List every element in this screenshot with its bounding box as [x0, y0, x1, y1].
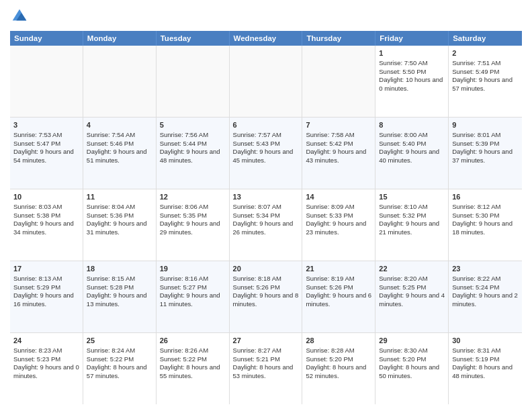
day-info: Sunrise: 8:07 AM Sunset: 5:34 PM Dayligh…: [233, 203, 294, 236]
cal-cell: 9Sunrise: 8:01 AM Sunset: 5:39 PM Daylig…: [449, 118, 522, 189]
calendar-header: SundayMondayTuesdayWednesdayThursdayFrid…: [10, 31, 522, 46]
day-number: 3: [13, 120, 79, 130]
day-info: Sunrise: 8:30 AM Sunset: 5:20 PM Dayligh…: [379, 347, 439, 379]
day-info: Sunrise: 8:15 AM Sunset: 5:28 PM Dayligh…: [87, 275, 147, 308]
calendar-row-4: 17Sunrise: 8:13 AM Sunset: 5:29 PM Dayli…: [10, 261, 522, 333]
cal-cell: 12Sunrise: 8:06 AM Sunset: 5:35 PM Dayli…: [157, 189, 230, 261]
day-number: 24: [13, 336, 79, 346]
day-header-thursday: Thursday: [302, 31, 375, 46]
day-info: Sunrise: 8:31 AM Sunset: 5:19 PM Dayligh…: [452, 347, 513, 379]
cal-cell: 26Sunrise: 8:26 AM Sunset: 5:22 PM Dayli…: [157, 333, 230, 404]
day-number: 4: [87, 120, 152, 130]
day-info: Sunrise: 7:53 AM Sunset: 5:47 PM Dayligh…: [13, 131, 74, 164]
day-number: 9: [452, 120, 519, 130]
day-number: 12: [160, 192, 226, 202]
day-number: 30: [452, 336, 519, 346]
day-number: 11: [87, 192, 152, 202]
day-number: 28: [306, 336, 371, 346]
day-info: Sunrise: 8:26 AM Sunset: 5:22 PM Dayligh…: [160, 347, 220, 379]
calendar: SundayMondayTuesdayWednesdayThursdayFrid…: [10, 31, 522, 404]
day-info: Sunrise: 7:50 AM Sunset: 5:50 PM Dayligh…: [379, 59, 443, 92]
cal-cell: 17Sunrise: 8:13 AM Sunset: 5:29 PM Dayli…: [10, 261, 83, 332]
day-number: 19: [160, 264, 226, 274]
cal-cell: 20Sunrise: 8:18 AM Sunset: 5:26 PM Dayli…: [230, 261, 303, 332]
calendar-body: 1Sunrise: 7:50 AM Sunset: 5:50 PM Daylig…: [10, 46, 522, 404]
cal-cell: 19Sunrise: 8:16 AM Sunset: 5:27 PM Dayli…: [157, 261, 230, 332]
day-info: Sunrise: 8:13 AM Sunset: 5:29 PM Dayligh…: [13, 275, 74, 308]
day-number: 7: [306, 120, 371, 130]
day-info: Sunrise: 8:01 AM Sunset: 5:39 PM Dayligh…: [452, 131, 513, 164]
cal-cell: 15Sunrise: 8:10 AM Sunset: 5:32 PM Dayli…: [375, 189, 449, 261]
cal-cell: 28Sunrise: 8:28 AM Sunset: 5:20 PM Dayli…: [302, 333, 375, 404]
cal-cell: 14Sunrise: 8:09 AM Sunset: 5:33 PM Dayli…: [302, 189, 375, 261]
day-info: Sunrise: 8:16 AM Sunset: 5:27 PM Dayligh…: [160, 275, 220, 308]
cal-cell: [230, 46, 303, 117]
day-header-sunday: Sunday: [10, 31, 83, 46]
cal-cell: 25Sunrise: 8:24 AM Sunset: 5:22 PM Dayli…: [83, 333, 157, 404]
day-number: 14: [306, 192, 371, 202]
calendar-row-5: 24Sunrise: 8:23 AM Sunset: 5:23 PM Dayli…: [10, 333, 522, 404]
day-info: Sunrise: 8:22 AM Sunset: 5:24 PM Dayligh…: [452, 275, 518, 308]
day-info: Sunrise: 7:58 AM Sunset: 5:42 PM Dayligh…: [306, 131, 366, 164]
cal-cell: 2Sunrise: 7:51 AM Sunset: 5:49 PM Daylig…: [449, 46, 522, 117]
day-info: Sunrise: 7:56 AM Sunset: 5:44 PM Dayligh…: [160, 131, 220, 164]
day-number: 22: [379, 264, 445, 274]
day-header-monday: Monday: [83, 31, 157, 46]
day-number: 8: [379, 120, 445, 130]
day-info: Sunrise: 8:19 AM Sunset: 5:26 PM Dayligh…: [306, 275, 371, 308]
cal-cell: 3Sunrise: 7:53 AM Sunset: 5:47 PM Daylig…: [10, 118, 83, 189]
cal-cell: 10Sunrise: 8:03 AM Sunset: 5:38 PM Dayli…: [10, 189, 83, 261]
day-number: 18: [87, 264, 152, 274]
cal-cell: 22Sunrise: 8:20 AM Sunset: 5:25 PM Dayli…: [375, 261, 449, 332]
cal-cell: 24Sunrise: 8:23 AM Sunset: 5:23 PM Dayli…: [10, 333, 83, 404]
day-number: 25: [87, 336, 152, 346]
day-number: 6: [233, 120, 299, 130]
day-info: Sunrise: 7:54 AM Sunset: 5:46 PM Dayligh…: [87, 131, 147, 164]
cal-cell: 4Sunrise: 7:54 AM Sunset: 5:46 PM Daylig…: [83, 118, 157, 189]
day-number: 13: [233, 192, 299, 202]
day-header-tuesday: Tuesday: [157, 31, 230, 46]
day-number: 5: [160, 120, 226, 130]
calendar-row-2: 3Sunrise: 7:53 AM Sunset: 5:47 PM Daylig…: [10, 118, 522, 189]
day-number: 26: [160, 336, 226, 346]
logo: [10, 7, 32, 26]
day-number: 15: [379, 192, 445, 202]
cal-cell: 7Sunrise: 7:58 AM Sunset: 5:42 PM Daylig…: [302, 118, 375, 189]
cal-cell: 27Sunrise: 8:27 AM Sunset: 5:21 PM Dayli…: [230, 333, 303, 404]
day-info: Sunrise: 8:24 AM Sunset: 5:22 PM Dayligh…: [87, 347, 147, 379]
day-info: Sunrise: 8:20 AM Sunset: 5:25 PM Dayligh…: [379, 275, 445, 308]
day-number: 16: [452, 192, 519, 202]
day-info: Sunrise: 8:23 AM Sunset: 5:23 PM Dayligh…: [13, 347, 79, 379]
page: SundayMondayTuesdayWednesdayThursdayFrid…: [0, 0, 532, 411]
logo-icon: [10, 7, 29, 26]
day-header-saturday: Saturday: [449, 31, 522, 46]
day-number: 10: [13, 192, 79, 202]
day-info: Sunrise: 8:18 AM Sunset: 5:26 PM Dayligh…: [233, 275, 299, 308]
cal-cell: 21Sunrise: 8:19 AM Sunset: 5:26 PM Dayli…: [302, 261, 375, 332]
day-header-friday: Friday: [375, 31, 449, 46]
cal-cell: 18Sunrise: 8:15 AM Sunset: 5:28 PM Dayli…: [83, 261, 157, 332]
cal-cell: [157, 46, 230, 117]
day-info: Sunrise: 8:03 AM Sunset: 5:38 PM Dayligh…: [13, 203, 74, 236]
cal-cell: [302, 46, 375, 117]
day-number: 17: [13, 264, 79, 274]
day-info: Sunrise: 8:10 AM Sunset: 5:32 PM Dayligh…: [379, 203, 439, 236]
day-info: Sunrise: 8:06 AM Sunset: 5:35 PM Dayligh…: [160, 203, 220, 236]
day-info: Sunrise: 8:09 AM Sunset: 5:33 PM Dayligh…: [306, 203, 366, 236]
cal-cell: 5Sunrise: 7:56 AM Sunset: 5:44 PM Daylig…: [157, 118, 230, 189]
cal-cell: 11Sunrise: 8:04 AM Sunset: 5:36 PM Dayli…: [83, 189, 157, 261]
calendar-row-3: 10Sunrise: 8:03 AM Sunset: 5:38 PM Dayli…: [10, 189, 522, 261]
day-number: 20: [233, 264, 299, 274]
header: [10, 7, 522, 26]
cal-cell: [10, 46, 83, 117]
cal-cell: 1Sunrise: 7:50 AM Sunset: 5:50 PM Daylig…: [375, 46, 449, 117]
calendar-row-1: 1Sunrise: 7:50 AM Sunset: 5:50 PM Daylig…: [10, 46, 522, 118]
day-number: 29: [379, 336, 445, 346]
day-info: Sunrise: 8:04 AM Sunset: 5:36 PM Dayligh…: [87, 203, 147, 236]
day-info: Sunrise: 8:12 AM Sunset: 5:30 PM Dayligh…: [452, 203, 513, 236]
cal-cell: 6Sunrise: 7:57 AM Sunset: 5:43 PM Daylig…: [230, 118, 303, 189]
cal-cell: 30Sunrise: 8:31 AM Sunset: 5:19 PM Dayli…: [449, 333, 522, 404]
cal-cell: 13Sunrise: 8:07 AM Sunset: 5:34 PM Dayli…: [230, 189, 303, 261]
day-info: Sunrise: 7:51 AM Sunset: 5:49 PM Dayligh…: [452, 59, 513, 92]
cal-cell: 23Sunrise: 8:22 AM Sunset: 5:24 PM Dayli…: [449, 261, 522, 332]
